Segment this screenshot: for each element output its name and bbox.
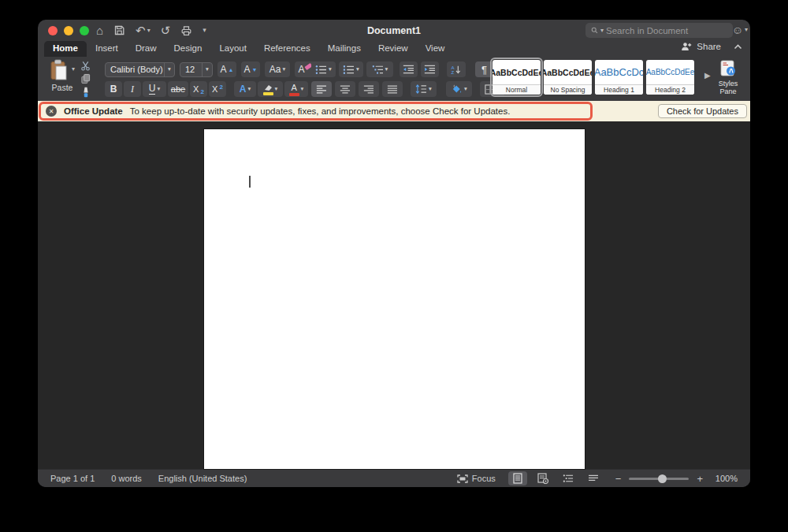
close-banner-button[interactable]: ✕ xyxy=(46,106,57,117)
print-layout-view-button[interactable] xyxy=(508,471,527,485)
bold-button[interactable]: B xyxy=(105,81,122,97)
line-spacing-icon xyxy=(415,84,427,94)
zoom-out-button[interactable]: − xyxy=(615,473,622,485)
focus-icon xyxy=(457,474,468,483)
paste-button[interactable]: ▾ Paste xyxy=(44,59,80,92)
svg-text:A: A xyxy=(452,65,455,69)
style-heading-1[interactable]: AaBbCcDc Heading 1 xyxy=(595,60,643,95)
line-spacing-button[interactable]: ▾ xyxy=(411,81,437,97)
sort-button[interactable]: A Z xyxy=(447,61,466,77)
show-formatting-marks-button[interactable]: ¶ xyxy=(475,61,493,77)
language-status[interactable]: English (United States) xyxy=(158,474,247,483)
share-button[interactable]: Share xyxy=(697,42,721,51)
more-styles-button[interactable]: ▶ xyxy=(704,71,711,80)
search-field[interactable]: ▾ xyxy=(585,23,733,38)
decrease-indent-button[interactable] xyxy=(400,61,418,77)
superscript-button[interactable]: X2 xyxy=(209,81,226,97)
check-for-updates-button[interactable]: Check for Updates xyxy=(658,104,747,118)
highlight-button[interactable]: ▾ xyxy=(258,81,283,97)
page-count-status[interactable]: Page 1 of 1 xyxy=(50,474,95,483)
customize-toolbar-icon[interactable]: ▾ xyxy=(203,27,206,34)
title-bar: ⌂ ↶ ▾ ↺ ▾ Document1 ▾ xyxy=(38,20,750,41)
grow-font-button[interactable]: A▲ xyxy=(217,61,236,77)
paste-dropdown-icon[interactable]: ▾ xyxy=(72,66,75,73)
zoom-in-button[interactable]: + xyxy=(697,473,703,485)
underline-button[interactable]: U▾ xyxy=(143,81,166,97)
feedback-menu[interactable]: ☺ ▾ xyxy=(732,24,748,36)
paint-bucket-icon xyxy=(451,84,463,95)
style-heading-2[interactable]: AaBbCcDdEe Heading 2 xyxy=(646,60,694,95)
zoom-slider-thumb[interactable] xyxy=(658,474,667,483)
align-center-button[interactable] xyxy=(335,81,355,97)
quick-access-toolbar: ⌂ ↶ ▾ ↺ ▾ xyxy=(96,20,206,41)
align-left-button[interactable] xyxy=(311,81,332,97)
subscript-button[interactable]: X2 xyxy=(190,81,207,97)
zoom-percentage[interactable]: 100% xyxy=(711,474,738,483)
shrink-font-arrow-icon: ▼ xyxy=(252,67,258,73)
search-icon xyxy=(591,26,598,35)
tab-design[interactable]: Design xyxy=(165,41,211,57)
collapse-ribbon-icon[interactable] xyxy=(734,44,742,50)
tab-review[interactable]: Review xyxy=(370,41,417,57)
tab-view[interactable]: View xyxy=(417,41,454,57)
styles-pane-button[interactable]: Styles Pane xyxy=(712,60,744,96)
tab-references[interactable]: References xyxy=(255,41,319,57)
tab-draw[interactable]: Draw xyxy=(127,41,165,57)
zoom-window-button[interactable] xyxy=(80,26,89,35)
close-icon: ✕ xyxy=(49,108,54,115)
web-layout-view-button[interactable] xyxy=(533,471,552,485)
close-window-button[interactable] xyxy=(48,26,58,35)
focus-label: Focus xyxy=(472,474,496,483)
home-icon[interactable]: ⌂ xyxy=(96,24,103,36)
font-size-combobox[interactable]: 12 ▾ xyxy=(180,62,213,77)
undo-icon[interactable]: ↶ xyxy=(136,24,146,36)
draft-view-button[interactable] xyxy=(584,471,603,485)
copy-icon[interactable] xyxy=(80,73,91,84)
share-person-icon xyxy=(681,42,692,51)
document-page[interactable] xyxy=(204,129,585,469)
italic-button[interactable]: I xyxy=(124,81,141,97)
font-name-combobox[interactable]: Calibri (Body) ▾ xyxy=(105,62,175,77)
increase-indent-icon xyxy=(424,65,436,74)
highlight-color-swatch xyxy=(263,92,273,95)
tab-layout[interactable]: Layout xyxy=(210,41,255,57)
style-no-spacing[interactable]: AaBbCcDdEe No Spacing xyxy=(544,60,592,95)
numbering-button[interactable]: ▾ xyxy=(339,61,363,77)
align-right-button[interactable] xyxy=(359,81,379,97)
strikethrough-button[interactable]: abe xyxy=(168,81,188,97)
save-icon[interactable] xyxy=(113,24,125,36)
minimize-window-button[interactable] xyxy=(64,26,73,35)
tab-insert[interactable]: Insert xyxy=(87,41,127,57)
bullets-button[interactable]: ▾ xyxy=(311,61,336,77)
text-effects-button[interactable]: A▾ xyxy=(234,81,256,97)
word-count-status[interactable]: 0 words xyxy=(111,474,142,483)
smiley-icon: ☺ xyxy=(732,24,743,36)
outline-view-icon xyxy=(563,474,574,483)
style-normal[interactable]: AaBbCcDdEe Normal xyxy=(492,60,541,95)
svg-text:Z: Z xyxy=(452,70,455,75)
text-effects-dropdown-icon: ▾ xyxy=(247,86,251,92)
styles-pane-label: Styles Pane xyxy=(712,80,744,96)
focus-mode-button[interactable]: Focus xyxy=(457,474,496,483)
justify-button[interactable] xyxy=(382,81,403,97)
zoom-slider[interactable] xyxy=(629,478,689,480)
outline-view-button[interactable] xyxy=(559,471,578,485)
tab-home[interactable]: Home xyxy=(44,41,87,57)
increase-indent-button[interactable] xyxy=(421,61,439,77)
decrease-indent-icon xyxy=(403,65,414,74)
font-color-button[interactable]: A ▾ xyxy=(284,81,308,97)
print-icon[interactable] xyxy=(180,25,192,36)
ribbon-tab-bar: Home Insert Draw Design Layout Reference… xyxy=(38,41,750,57)
shrink-font-button[interactable]: A▼ xyxy=(241,61,260,77)
search-input[interactable] xyxy=(606,26,727,35)
change-case-button[interactable]: Aa▾ xyxy=(265,61,290,77)
redo-icon[interactable]: ↺ xyxy=(161,24,171,36)
shading-button[interactable]: ▾ xyxy=(446,81,472,97)
multilevel-list-button[interactable]: ▾ xyxy=(366,61,393,77)
change-case-dropdown-icon: ▾ xyxy=(282,66,285,73)
cut-icon[interactable] xyxy=(80,61,91,71)
tab-mailings[interactable]: Mailings xyxy=(319,41,370,57)
undo-dropdown-icon[interactable]: ▾ xyxy=(147,28,151,34)
format-painter-icon[interactable] xyxy=(81,87,91,98)
search-scope-dropdown-icon[interactable]: ▾ xyxy=(600,28,604,34)
